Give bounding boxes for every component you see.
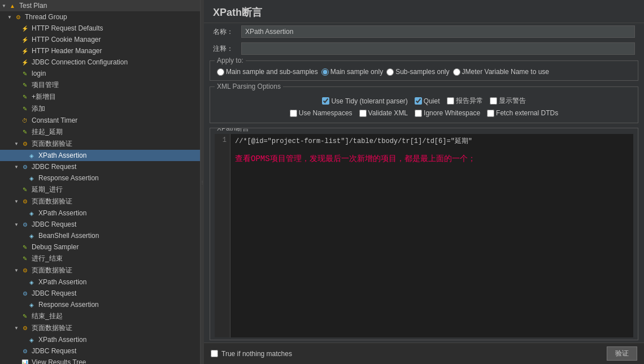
response2-label: Response Assertion xyxy=(38,301,99,309)
expand-testplan[interactable] xyxy=(1,3,7,8)
jdbc4-label: JDBC Request xyxy=(32,347,76,355)
name-label: 名称： xyxy=(213,27,241,37)
left-tree-panel: ▲ Test Plan ⚙ Thread Group ⚡ HTTP Reques… xyxy=(0,0,201,364)
radio-main-only[interactable]: Main sample only xyxy=(321,68,383,76)
tree-item-response-assert2[interactable]: ◈ Response Assertion xyxy=(0,299,200,310)
newitem-icon: ✎ xyxy=(20,93,29,102)
testplan-label: Test Plan xyxy=(19,2,47,10)
comment-label: 注释： xyxy=(213,44,241,54)
timer-icon: ⏱ xyxy=(20,116,29,125)
proceed-label: 进行_结束 xyxy=(32,254,63,263)
page-verify4-icon: ⚙ xyxy=(20,324,29,333)
radio-jmeter-var-label: JMeter Variable Name to use xyxy=(462,68,550,76)
tree-item-xpath-assert3[interactable]: ◈ XPath Assertion xyxy=(0,276,200,288)
chk-use-tidy[interactable]: Use Tidy (tolerant parser) xyxy=(322,97,407,105)
tree-item-add[interactable]: ✎ 添加 xyxy=(0,103,200,115)
radio-jmeter-var[interactable]: JMeter Variable Name to use xyxy=(453,68,550,76)
threadgroup-label: Thread Group xyxy=(25,13,67,21)
tree-item-response-assert1[interactable]: ◈ Response Assertion xyxy=(0,172,200,184)
tree-item-page-verify3[interactable]: ⚙ 页面数据验证 xyxy=(0,265,200,276)
chk-fetch-dtds[interactable]: Fetch external DTDs xyxy=(487,109,558,117)
radio-main-and-sub[interactable]: Main sample and sub-samples xyxy=(217,68,318,76)
tree-item-jdbc-req4[interactable]: ⚙ JDBC Request xyxy=(0,345,200,357)
chk-report-error[interactable]: 报告异常 xyxy=(447,96,483,106)
expand-threadgroup[interactable] xyxy=(7,14,12,20)
right-panel: XPath断言 名称： 注释： Apply to: Main sample an… xyxy=(204,0,644,364)
tree-item-jdbc-config[interactable]: ⚡ JDBC Connection Configuration xyxy=(0,57,200,68)
jdbc3-label: JDBC Request xyxy=(32,289,76,297)
tree-item-jdbc-req1[interactable]: ⚙ JDBC Request xyxy=(0,161,200,172)
expand-pageverify4[interactable] xyxy=(14,326,19,331)
apply-to-legend: Apply to: xyxy=(215,57,246,64)
bottom-bar: True if nothing matches 验证 xyxy=(204,343,644,364)
line-number-1: 1 xyxy=(218,136,227,144)
tree-item-hang-delay[interactable]: ✎ 挂起_延期 xyxy=(0,126,200,138)
jdbc-config-label: JDBC Connection Configuration xyxy=(32,58,128,66)
tree-item-const-timer[interactable]: ⏱ Constant Timer xyxy=(0,115,200,126)
jdbc2-label: JDBC Request xyxy=(32,220,76,228)
http-icon: ⚡ xyxy=(20,24,29,33)
page-verify1-label: 页面数据验证 xyxy=(32,139,72,149)
tree-item-delay-progress[interactable]: ✎ 延期_进行 xyxy=(0,184,200,196)
chk-fetch-dtds-label: Fetch external DTDs xyxy=(496,109,558,117)
chk-ignore-whitespace[interactable]: Ignore Whitespace xyxy=(415,109,480,117)
tree-item-debug-sampler[interactable]: ✎ Debug Sampler xyxy=(0,241,200,253)
chk-namespaces[interactable]: Use Namespaces xyxy=(290,109,353,117)
tree-item-end-hang[interactable]: ✎ 结束_挂起 xyxy=(0,310,200,322)
xpath-code-section: XPath断言 1 //*[@id="project-form-list"]/t… xyxy=(210,128,638,340)
tree-item-view-results[interactable]: 📊 View Results Tree xyxy=(0,357,200,364)
add-icon: ✎ xyxy=(20,105,29,114)
verify-button[interactable]: 验证 xyxy=(607,346,637,361)
page-verify2-label: 页面数据验证 xyxy=(32,197,72,206)
page-verify1-icon: ⚙ xyxy=(20,140,29,149)
tree-item-xpath-assert1[interactable]: ◈ XPath Assertion xyxy=(0,150,200,161)
tree-item-page-verify2[interactable]: ⚙ 页面数据验证 xyxy=(0,196,200,207)
jdbc1-label: JDBC Request xyxy=(32,163,76,171)
tree-item-thread-group[interactable]: ⚙ Thread Group xyxy=(0,11,200,23)
radio-sub-only[interactable]: Sub-samples only xyxy=(386,68,449,76)
chk-report-error-label: 报告异常 xyxy=(456,96,483,106)
chk-quiet[interactable]: Quiet xyxy=(415,97,440,105)
timer-label: Constant Timer xyxy=(32,116,77,124)
expand-pageverify1[interactable] xyxy=(14,141,19,147)
cookie-label: HTTP Cookie Manager xyxy=(32,36,101,44)
tree-item-xpath-assert4[interactable]: ◈ XPath Assertion xyxy=(0,334,200,345)
tree-item-page-verify1[interactable]: ⚙ 页面数据验证 xyxy=(0,138,200,150)
tree-item-page-verify4[interactable]: ⚙ 页面数据验证 xyxy=(0,322,200,334)
tree-item-jdbc-req2[interactable]: ⚙ JDBC Request xyxy=(0,219,200,230)
xpath2-label: XPath Assertion xyxy=(38,209,86,217)
tree-item-test-plan[interactable]: ▲ Test Plan xyxy=(0,0,200,11)
name-input[interactable] xyxy=(241,25,635,38)
tree-item-project-mgmt[interactable]: ✎ 项目管理 xyxy=(0,79,200,91)
tree-item-new-item[interactable]: ✎ +新增目 xyxy=(0,91,200,103)
expand-pageverify2[interactable] xyxy=(14,199,19,205)
view-icon: 📊 xyxy=(20,358,29,364)
tree-item-login[interactable]: ✎ login xyxy=(0,68,200,79)
chk-validate-xml[interactable]: Validate XML xyxy=(359,109,408,117)
tree-item-xpath-assert2[interactable]: ◈ XPath Assertion xyxy=(0,207,200,219)
true-if-nothing-checkbox[interactable] xyxy=(211,350,218,357)
debug1-label: Debug Sampler xyxy=(32,243,79,251)
expand-jdbcreq1[interactable] xyxy=(14,164,19,170)
tree-item-beanshell-assert[interactable]: ◈ BeanShell Assertion xyxy=(0,230,200,241)
tree-item-proceed-end[interactable]: ✎ 进行_结束 xyxy=(0,253,200,265)
project-label: 项目管理 xyxy=(32,80,59,90)
code-content[interactable]: //*[@id="project-form-list"]/table/tbody… xyxy=(230,134,633,337)
tree-item-header-mgr[interactable]: ⚡ HTTP Header Manager xyxy=(0,45,200,57)
jdbc2-icon: ⚙ xyxy=(20,220,29,229)
page-verify3-icon: ⚙ xyxy=(20,266,29,275)
header-icon: ⚡ xyxy=(20,46,29,55)
comment-input[interactable] xyxy=(241,42,635,55)
expand-pageverify3[interactable] xyxy=(14,268,19,274)
comment-row: 注释： xyxy=(204,40,644,57)
code-editor[interactable]: 1 //*[@id="project-form-list"]/table/tbo… xyxy=(215,134,633,337)
response2-icon: ◈ xyxy=(27,300,36,309)
tree-item-cookie-mgr[interactable]: ⚡ HTTP Cookie Manager xyxy=(0,34,200,45)
tree-item-http-defaults[interactable]: ⚡ HTTP Request Defaults xyxy=(0,23,200,34)
newitem-label: +新增目 xyxy=(32,92,56,102)
chk-validate-xml-label: Validate XML xyxy=(368,109,408,117)
expand-jdbcreq2[interactable] xyxy=(14,222,19,227)
chk-show-warning[interactable]: 显示警告 xyxy=(490,96,526,106)
chk-use-tidy-label: Use Tidy (tolerant parser) xyxy=(331,97,407,105)
tree-item-jdbc-req3[interactable]: ⚙ JDBC Request xyxy=(0,288,200,299)
